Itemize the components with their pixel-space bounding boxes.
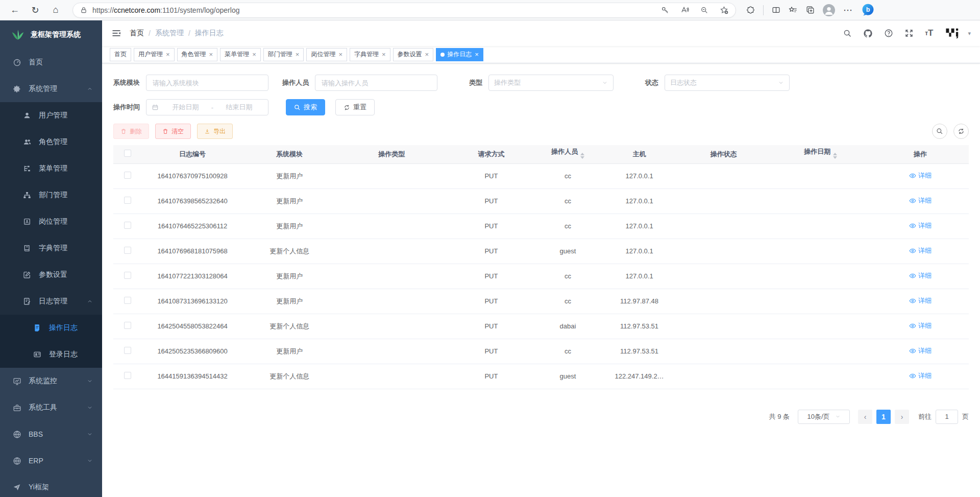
sidebar-item-system-mgmt[interactable]: 系统管理 bbox=[0, 76, 102, 102]
favorite-star-icon[interactable] bbox=[720, 6, 728, 14]
date-range-input[interactable]: 开始日期 - 结束日期 bbox=[146, 99, 268, 115]
module-input[interactable] bbox=[146, 75, 268, 91]
next-page-button[interactable]: › bbox=[895, 410, 909, 424]
profile-avatar[interactable] bbox=[823, 4, 835, 16]
row-checkbox[interactable] bbox=[124, 222, 131, 229]
sidebar-item-erp[interactable]: ERP bbox=[0, 447, 102, 474]
tab-post-mgmt[interactable]: 岗位管理× bbox=[306, 48, 347, 61]
clear-button[interactable]: 清空 bbox=[155, 124, 191, 139]
breadcrumb-home[interactable]: 首页 bbox=[130, 29, 144, 38]
home-icon[interactable]: ⌂ bbox=[48, 3, 63, 18]
bing-copilot-icon[interactable]: b bbox=[861, 3, 875, 17]
detail-link[interactable]: 详细 bbox=[909, 346, 932, 356]
sidebar-item-home[interactable]: 首页 bbox=[0, 49, 102, 76]
font-size-icon[interactable]: тT bbox=[925, 28, 933, 38]
sort-icon[interactable] bbox=[833, 151, 837, 161]
goto-page-input[interactable] bbox=[936, 410, 958, 424]
address-bar[interactable]: https://ccnetcore.com:1101/system/log/op… bbox=[72, 3, 736, 18]
sidebar-item-login-log[interactable]: 登录日志 bbox=[0, 341, 102, 368]
tab-param-settings[interactable]: 参数设置× bbox=[393, 48, 434, 61]
hide-search-button[interactable] bbox=[932, 124, 947, 139]
col-operator[interactable]: 操作人员 bbox=[534, 145, 601, 163]
password-key-icon[interactable] bbox=[661, 6, 669, 14]
page-1-button[interactable]: 1 bbox=[876, 410, 891, 424]
row-checkbox[interactable] bbox=[124, 272, 131, 279]
help-icon[interactable] bbox=[884, 29, 893, 38]
reload-icon[interactable]: ↻ bbox=[28, 3, 43, 18]
sidebar-item-bbs[interactable]: BBS bbox=[0, 421, 102, 447]
tab-dept-mgmt[interactable]: 部门管理× bbox=[263, 48, 304, 61]
sidebar-item-oper-log[interactable]: 操作日志 bbox=[0, 315, 102, 341]
eye-icon bbox=[909, 372, 916, 380]
extensions-icon[interactable] bbox=[746, 6, 755, 14]
refresh-button[interactable] bbox=[953, 124, 969, 139]
sidebar-item-param-settings[interactable]: 参数设置 bbox=[0, 262, 102, 288]
select-all-checkbox[interactable] bbox=[124, 150, 131, 157]
prev-page-button[interactable]: ‹ bbox=[858, 410, 872, 424]
split-screen-icon[interactable] bbox=[772, 6, 780, 14]
read-aloud-icon[interactable] bbox=[680, 6, 689, 14]
row-checkbox[interactable] bbox=[124, 372, 131, 379]
reset-button[interactable]: 重置 bbox=[335, 99, 375, 115]
detail-link[interactable]: 详细 bbox=[909, 296, 932, 305]
type-select[interactable]: 操作类型 bbox=[488, 75, 614, 91]
detail-link[interactable]: 详细 bbox=[909, 371, 932, 381]
row-checkbox[interactable] bbox=[124, 247, 131, 254]
status-select[interactable]: 日志状态 bbox=[665, 75, 790, 91]
operator-input[interactable] bbox=[315, 75, 437, 91]
sidebar-item-log-mgmt[interactable]: 日志管理 bbox=[0, 288, 102, 315]
sidebar-item-menu-mgmt[interactable]: 菜单管理 bbox=[0, 155, 102, 182]
row-checkbox[interactable] bbox=[124, 297, 131, 304]
close-icon[interactable]: × bbox=[338, 51, 342, 58]
sidebar-item-yi-framework[interactable]: Yi框架 bbox=[0, 474, 102, 497]
sidebar-item-system-tools[interactable]: 系统工具 bbox=[0, 394, 102, 421]
close-icon[interactable]: × bbox=[166, 51, 170, 58]
sort-icon[interactable] bbox=[580, 151, 584, 161]
detail-link[interactable]: 详细 bbox=[909, 321, 932, 330]
row-checkbox[interactable] bbox=[124, 347, 131, 354]
close-icon[interactable]: × bbox=[296, 51, 300, 58]
search-button[interactable]: 搜索 bbox=[286, 99, 325, 115]
favorites-bar-icon[interactable] bbox=[789, 6, 798, 15]
tab-user-mgmt[interactable]: 用户管理× bbox=[134, 48, 175, 61]
sidebar-item-dept-mgmt[interactable]: 部门管理 bbox=[0, 182, 102, 208]
sidebar-item-post-mgmt[interactable]: 岗位管理 bbox=[0, 208, 102, 235]
row-checkbox[interactable] bbox=[124, 172, 131, 179]
tab-menu-mgmt[interactable]: 菜单管理× bbox=[220, 48, 261, 61]
detail-link[interactable]: 详细 bbox=[909, 271, 932, 280]
close-icon[interactable]: × bbox=[382, 51, 386, 58]
zoom-out-icon[interactable] bbox=[700, 6, 708, 14]
detail-link[interactable]: 详细 bbox=[909, 246, 932, 255]
yi-logo-icon[interactable] bbox=[944, 27, 962, 40]
detail-link[interactable]: 详细 bbox=[909, 196, 932, 205]
tab-role-mgmt[interactable]: 角色管理× bbox=[177, 48, 218, 61]
sidebar-item-user-mgmt[interactable]: 用户管理 bbox=[0, 102, 102, 129]
export-button[interactable]: 导出 bbox=[197, 124, 233, 139]
page-size-select[interactable]: 10条/页 bbox=[798, 410, 850, 424]
back-icon[interactable]: ← bbox=[7, 3, 22, 18]
tab-home[interactable]: 首页 bbox=[110, 48, 131, 61]
header-search-icon[interactable] bbox=[843, 29, 852, 38]
github-icon[interactable] bbox=[863, 29, 873, 38]
collections-icon[interactable] bbox=[806, 6, 815, 14]
sidebar-item-role-mgmt[interactable]: 角色管理 bbox=[0, 129, 102, 155]
close-icon[interactable]: × bbox=[209, 51, 213, 58]
close-icon[interactable]: × bbox=[475, 51, 479, 58]
tab-oper-log[interactable]: 操作日志× bbox=[436, 48, 483, 61]
detail-link[interactable]: 详细 bbox=[909, 171, 932, 180]
sidebar-item-system-monitor[interactable]: 系统监控 bbox=[0, 368, 102, 394]
row-checkbox[interactable] bbox=[124, 197, 131, 204]
settings-more-icon[interactable]: ⋯ bbox=[843, 5, 853, 16]
caret-down-icon[interactable]: ▾ bbox=[968, 30, 971, 37]
hamburger-icon[interactable] bbox=[111, 28, 121, 38]
row-checkbox[interactable] bbox=[124, 322, 131, 329]
detail-link[interactable]: 详细 bbox=[909, 221, 932, 230]
close-icon[interactable]: × bbox=[425, 51, 429, 58]
fullscreen-icon[interactable] bbox=[904, 29, 914, 38]
close-icon[interactable]: × bbox=[252, 51, 256, 58]
delete-button[interactable]: 删除 bbox=[113, 124, 149, 139]
sidebar-item-dict-mgmt[interactable]: 字典管理 bbox=[0, 235, 102, 262]
tab-dict-mgmt[interactable]: 字典管理× bbox=[350, 48, 390, 61]
col-op-date[interactable]: 操作日期 bbox=[770, 145, 872, 163]
chevron-down-icon bbox=[87, 458, 93, 464]
